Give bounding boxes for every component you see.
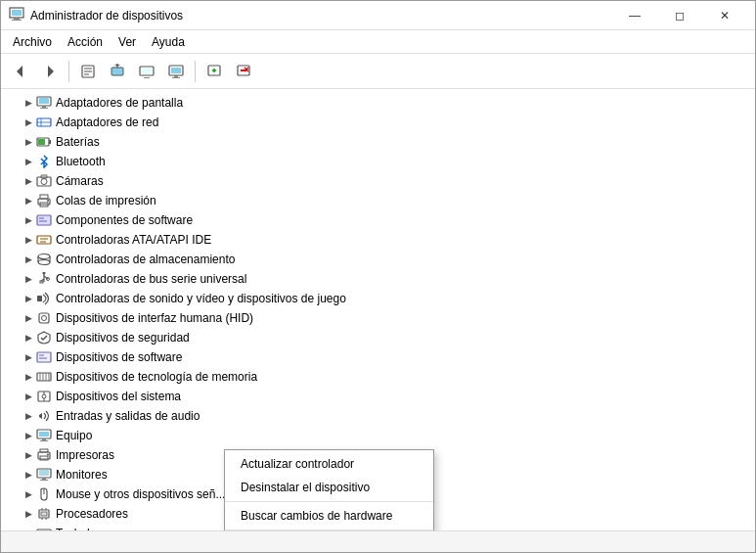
expand-icon: ▶ (21, 252, 36, 267)
tree-item-audio[interactable]: ▶ Entradas y salidas de audio (1, 406, 755, 426)
back-button[interactable] (7, 58, 34, 85)
context-menu: Actualizar controlador Desinstalar el di… (224, 449, 434, 530)
expand-icon: ▶ (21, 115, 36, 130)
memory-icon (36, 369, 52, 385)
expand-icon: ▶ (21, 447, 36, 463)
tree-item-sistema[interactable]: ▶ Dispositivos del sistema (1, 387, 755, 406)
update-driver-button[interactable] (104, 58, 131, 85)
expand-icon: ▶ (21, 467, 36, 483)
ctx-desinstalar-dispositivo[interactable]: Desinstalar el dispositivo (225, 476, 433, 499)
expand-icon: ▶ (21, 271, 36, 287)
svg-point-43 (47, 200, 49, 202)
tree-item-hid[interactable]: ▶ Dispositivos de interfaz humana (HID) (1, 308, 755, 328)
tree-item-memoria[interactable]: ▶ Dispositivos de tecnología de memoria (1, 367, 755, 387)
label-colas-impresion: Colas de impresión (56, 194, 156, 207)
tree-item-controladoras-almacenamiento[interactable]: ▶ Controladoras de almacenamiento (1, 250, 755, 269)
tree-item-dispositivos-software[interactable]: ▶ Dispositivos de software (1, 347, 755, 367)
device-manager-window: Administrador de dispositivos — ◻ ✕ Arch… (0, 0, 756, 553)
svg-rect-61 (39, 313, 49, 323)
expand-icon: ▶ (21, 212, 36, 228)
content-area: ▶ Adaptadores de pantalla ▶ Adaptadores … (1, 89, 755, 530)
computer-icon (36, 428, 52, 443)
ctx-sep-1 (225, 501, 433, 502)
svg-rect-29 (42, 106, 46, 108)
maximize-button[interactable]: ◻ (657, 1, 702, 30)
usb-icon (36, 271, 52, 287)
label-componentes-software: Componentes de software (56, 213, 193, 227)
svg-rect-1 (12, 10, 22, 16)
svg-rect-86 (40, 480, 48, 481)
title-bar: Administrador de dispositivos — ◻ ✕ (1, 1, 755, 30)
title-bar-controls: — ◻ ✕ (612, 1, 747, 30)
forward-button[interactable] (36, 58, 64, 85)
label-equipo: Equipo (56, 429, 92, 442)
keyboard-icon (36, 526, 52, 530)
label-impresoras: Impresoras (56, 448, 114, 462)
svg-rect-76 (39, 432, 49, 437)
expand-icon: ▶ (21, 428, 36, 443)
menu-accion[interactable]: Acción (60, 33, 111, 51)
tree-item-adaptadores-red[interactable]: ▶ Adaptadores de red (1, 113, 755, 132)
label-memoria: Dispositivos de tecnología de memoria (56, 370, 257, 384)
controller-icon (36, 232, 52, 248)
expand-icon: ▶ (21, 526, 36, 530)
label-hid: Dispositivos de interfaz humana (HID) (56, 311, 253, 325)
ctx-sep-2 (225, 530, 433, 530)
bluetooth-icon (36, 154, 52, 169)
audio-icon (36, 291, 52, 306)
menu-archivo[interactable]: Archivo (5, 33, 60, 51)
menu-ver[interactable]: Ver (111, 33, 144, 51)
toolbar-computer-button[interactable] (162, 58, 190, 85)
expand-icon: ▶ (21, 134, 36, 150)
menu-bar: Archivo Acción Ver Ayuda (1, 30, 755, 54)
minimize-button[interactable]: — (612, 1, 657, 30)
svg-marker-4 (17, 66, 22, 77)
tree-item-seguridad[interactable]: ▶ Dispositivos de seguridad (1, 328, 755, 347)
system-icon (36, 389, 52, 404)
svg-rect-14 (142, 69, 152, 73)
svg-rect-35 (49, 140, 51, 144)
tree-item-equipo[interactable]: ▶ Equipo (1, 426, 755, 445)
toolbar-remove-button[interactable] (230, 58, 257, 85)
toolbar-scan-button[interactable] (133, 58, 160, 85)
expand-icon: ▶ (21, 154, 36, 169)
svg-rect-77 (42, 438, 46, 440)
label-controladoras-usb: Controladoras de bus serie universal (56, 272, 246, 286)
svg-rect-19 (172, 77, 180, 78)
tree-item-controladoras-sonido[interactable]: ▶ Controladoras de sonido y vídeo y disp… (1, 289, 755, 308)
label-sistema: Dispositivos del sistema (56, 390, 181, 403)
label-adaptadores-pantalla: Adaptadores de pantalla (56, 96, 183, 110)
svg-point-38 (41, 179, 47, 185)
toolbar-add-button[interactable] (200, 58, 228, 85)
label-mouse: Mouse y otros dispositivos señ... (56, 487, 225, 501)
svg-point-50 (38, 254, 50, 259)
expand-icon: ▶ (21, 232, 36, 248)
tree-item-adaptadores-pantalla[interactable]: ▶ Adaptadores de pantalla (1, 93, 755, 113)
tree-item-controladoras-usb[interactable]: ▶ Controladoras de bus serie universal (1, 269, 755, 289)
svg-rect-36 (38, 139, 45, 145)
tree-item-bluetooth[interactable]: ▶ Bluetooth (1, 152, 755, 171)
mouse-icon (36, 486, 52, 502)
window-title: Administrador de dispositivos (30, 9, 183, 23)
label-controladoras-ata: Controladoras ATA/ATAPI IDE (56, 233, 211, 247)
tree-item-controladoras-ata[interactable]: ▶ Controladoras ATA/ATAPI IDE (1, 230, 755, 250)
tree-item-colas-impresion[interactable]: ▶ Colas de impresión (1, 191, 755, 210)
svg-rect-3 (12, 20, 22, 21)
tree-item-camaras[interactable]: ▶ Cámaras (1, 171, 755, 191)
menu-ayuda[interactable]: Ayuda (144, 33, 193, 51)
svg-rect-18 (174, 75, 178, 77)
close-button[interactable]: ✕ (702, 1, 747, 30)
expand-icon: ▶ (21, 389, 36, 404)
monitor-icon (36, 467, 52, 483)
tree-item-baterias[interactable]: ▶ Baterías (1, 132, 755, 152)
software-icon (36, 212, 52, 228)
ctx-actualizar-controlador[interactable]: Actualizar controlador (225, 452, 433, 476)
properties-button[interactable] (74, 58, 102, 85)
expand-icon: ▶ (21, 310, 36, 326)
svg-rect-10 (111, 68, 123, 75)
toolbar (1, 54, 755, 89)
ctx-buscar-cambios[interactable]: Buscar cambios de hardware (225, 504, 433, 528)
network-icon (36, 115, 52, 130)
tree-item-componentes-software[interactable]: ▶ Componentes de software (1, 210, 755, 230)
audio2-icon (36, 408, 52, 424)
